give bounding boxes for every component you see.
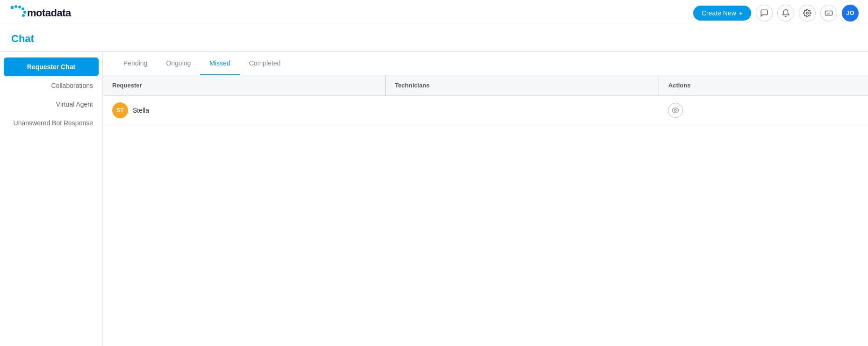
bell-icon: [782, 9, 790, 17]
notification-bell-button[interactable]: [777, 5, 794, 22]
main-layout: Requester Chat Collaborations Virtual Ag…: [0, 52, 868, 346]
keyboard-button[interactable]: [820, 5, 837, 22]
svg-point-5: [22, 14, 25, 17]
col-actions: Actions: [659, 75, 868, 96]
create-new-button[interactable]: Create New +: [693, 6, 751, 21]
svg-point-4: [23, 11, 26, 14]
chat-icon-button[interactable]: [756, 5, 773, 22]
sidebar: Requester Chat Collaborations Virtual Ag…: [0, 52, 103, 346]
sidebar-item-requester-chat[interactable]: Requester Chat: [4, 58, 99, 76]
tab-completed[interactable]: Completed: [240, 52, 290, 75]
sidebar-item-collaborations[interactable]: Collaborations: [0, 76, 102, 95]
requester-name: Stella: [133, 107, 149, 114]
gear-icon: [803, 9, 811, 17]
svg-rect-7: [825, 11, 832, 15]
logo-text: motadata: [27, 7, 71, 19]
settings-button[interactable]: [799, 5, 816, 22]
col-technicians: Technicians: [385, 75, 659, 96]
page-title-bar: Chat: [0, 26, 868, 52]
svg-point-6: [806, 12, 809, 14]
requester-info: ST Stella: [112, 102, 376, 118]
table-header: Requester Technicians Actions: [103, 75, 868, 96]
main-content: Pending Ongoing Missed Completed Request…: [103, 52, 868, 346]
tab-missed[interactable]: Missed: [200, 52, 239, 75]
svg-point-1: [14, 5, 17, 8]
sidebar-item-unanswered-bot-response[interactable]: Unanswered Bot Response: [0, 114, 102, 132]
svg-point-3: [22, 7, 24, 10]
top-header: motadata Create New +: [0, 0, 868, 26]
actions-cell: [659, 96, 868, 125]
header-actions: Create New + JO: [693, 5, 859, 22]
logo-area: motadata: [9, 5, 71, 22]
requester-cell: ST Stella: [103, 96, 385, 125]
requester-avatar: ST: [112, 102, 128, 118]
avatar-initials: JO: [846, 9, 854, 16]
eye-icon: [672, 107, 679, 114]
col-requester: Requester: [103, 75, 385, 96]
svg-point-0: [11, 6, 14, 9]
keyboard-icon: [825, 9, 833, 17]
table-row: ST Stella: [103, 96, 868, 125]
page-title: Chat: [11, 33, 857, 45]
chat-icon: [760, 9, 768, 17]
sidebar-item-virtual-agent[interactable]: Virtual Agent: [0, 95, 102, 114]
tabs-bar: Pending Ongoing Missed Completed: [103, 52, 868, 75]
table-container: Requester Technicians Actions: [103, 75, 868, 346]
logo-icon: [9, 5, 26, 22]
tab-pending[interactable]: Pending: [114, 52, 157, 75]
table-body: ST Stella: [103, 96, 868, 125]
user-avatar-button[interactable]: JO: [842, 5, 859, 22]
chat-table: Requester Technicians Actions: [103, 75, 868, 125]
technicians-cell: [385, 96, 659, 125]
create-new-label: Create New: [702, 9, 736, 17]
svg-point-2: [18, 6, 21, 8]
view-button[interactable]: [668, 103, 683, 118]
tab-ongoing[interactable]: Ongoing: [157, 52, 200, 75]
svg-point-8: [674, 109, 676, 111]
plus-icon: +: [739, 9, 743, 17]
